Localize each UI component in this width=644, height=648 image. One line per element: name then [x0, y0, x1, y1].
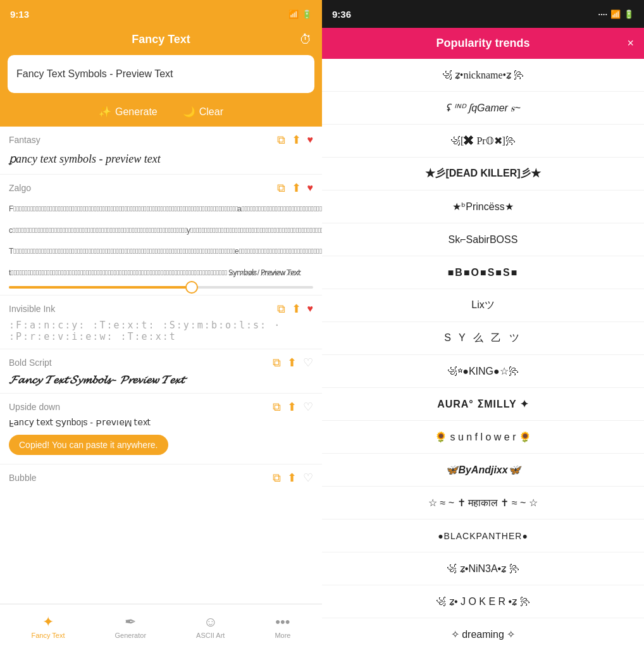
zalgo-label: Zalgo [9, 183, 31, 193]
trend-item-12[interactable]: 🌻 s u n f l o w e r 🌻 [322, 421, 644, 454]
trend-text-10: ꧁☆●KING●☆꧂ [447, 365, 518, 377]
zalgo-slider[interactable] [9, 286, 313, 289]
trend-item-9[interactable]: S Y 么 乙 ツ [322, 322, 644, 355]
heart-icon-bold[interactable]: ♡ [303, 356, 313, 370]
nav-generator[interactable]: ✒ Generator [115, 614, 147, 639]
status-icons-right: ···· 📶 🔋 [598, 9, 634, 19]
trend-text-17: ꧁ ʑ• J O K E R •ʑ ꧂ [436, 595, 529, 608]
nav-fancy-text[interactable]: ✦ Fancy Text [32, 614, 65, 639]
trend-item-3[interactable]: ꧁[✖ Pr𝕆✖]꧂ [322, 125, 644, 158]
clock-icon[interactable]: ⏱ [299, 32, 312, 47]
fancy-text-icon: ✦ [42, 614, 54, 630]
share-icon-upside[interactable]: ⬆ [287, 400, 297, 414]
nav-more[interactable]: ••• More [275, 614, 290, 639]
bubble-header: Bubble ⧉ ⬆ ♡ [9, 471, 313, 485]
heart-icon-invisible[interactable]: ♥ [307, 303, 314, 315]
right-title: Popularity trends [436, 37, 529, 50]
bubble-actions: ⧉ ⬆ ♡ [273, 471, 313, 485]
slider-fill [9, 286, 192, 289]
share-icon-invisible[interactable]: ⬆ [292, 302, 301, 316]
trend-item-10[interactable]: ꧁☆●KING●☆꧂ [322, 355, 644, 388]
trend-text-9: S Y 么 乙 ツ [444, 332, 522, 345]
heart-icon-bubble[interactable]: ♡ [303, 471, 313, 485]
copy-icon-invisible[interactable]: ⧉ [277, 302, 285, 316]
clear-button[interactable]: 🌙 Clear [183, 106, 223, 118]
trend-text-11: AURA° ʃMILLY ✦ [437, 398, 529, 410]
status-bar-right: 9:36 ···· 📶 🔋 [322, 0, 644, 28]
wifi-icon-right: 📶 [610, 9, 621, 19]
generator-icon: ✒ [125, 614, 136, 630]
trends-list: ꧁ ʑ•nickname•ʑ ꧂ ʢ ᴵᴺᴰ ʃqGamer ᵴ~ ꧁[✖ Pr… [322, 59, 644, 648]
generate-icon: ✨ [99, 106, 111, 118]
trend-text-12: 🌻 s u n f l o w e r 🌻 [435, 431, 531, 443]
copy-icon-fantasy[interactable]: ⧉ [277, 134, 285, 147]
invisible-label: Invisible Ink [9, 304, 55, 314]
trend-text-5: ★ᵇPrincëss★ [452, 201, 513, 213]
invisible-actions: ⧉ ⬆ ♥ [277, 302, 314, 316]
trend-text-14: ☆ ≈ ~ ✝ महाकाल ✝ ≈ ~ ☆ [428, 497, 538, 509]
trend-item-11[interactable]: AURA° ʃMILLY ✦ [322, 388, 644, 421]
bubble-section: Bubble ⧉ ⬆ ♡ [0, 464, 322, 495]
time-right: 9:36 [332, 9, 351, 20]
toast-container: Copied! You can paste it anywhere. [9, 432, 313, 458]
trend-item-2[interactable]: ʢ ᴵᴺᴰ ʃqGamer ᵴ~ [322, 92, 644, 125]
trend-item-4[interactable]: ★彡[DEAD KILLER]彡★ [322, 158, 644, 190]
trend-item-14[interactable]: ☆ ≈ ~ ✝ महाकाल ✝ ≈ ~ ☆ [322, 487, 644, 520]
invisible-section: Invisible Ink ⧉ ⬆ ♥ :F:a:n:c:y: :T:e:x:t… [0, 296, 322, 349]
trend-item-8[interactable]: Lixツ [322, 289, 644, 322]
trend-text-2: ʢ ᴵᴺᴰ ʃqGamer ᵴ~ [445, 102, 520, 114]
trend-text-4: ★彡[DEAD KILLER]彡★ [425, 167, 540, 180]
slider-thumb [185, 281, 198, 294]
trend-item-17[interactable]: ꧁ ʑ• J O K E R •ʑ ꧂ [322, 585, 644, 618]
upside-label: Upside down [9, 402, 60, 412]
bottom-nav: ✦ Fancy Text ✒ Generator ☺ ASCII Art •••… [0, 604, 322, 648]
trend-item-5[interactable]: ★ᵇPrincëss★ [322, 190, 644, 223]
close-button[interactable]: × [627, 37, 634, 50]
action-bar: ✨ Generate 🌙 Clear [0, 101, 322, 127]
copy-icon-bold[interactable]: ⧉ [273, 356, 281, 370]
share-icon-fantasy[interactable]: ⬆ [292, 133, 301, 147]
trend-text-3: ꧁[✖ Pr𝕆✖]꧂ [450, 135, 516, 147]
invisible-text: :F:a:n:c:y: :T:e:x:t: :S:y:m:b:o:l:s: ·:… [9, 320, 313, 342]
invisible-header: Invisible Ink ⧉ ⬆ ♥ [9, 302, 313, 316]
trend-item-16[interactable]: ꧁ ʑ•NiN3A•ʑ ꧂ [322, 552, 644, 585]
bubble-label: Bubble [9, 473, 37, 483]
fantasy-text: ꝑancy text symbols - preview text [9, 151, 313, 168]
share-icon-bold[interactable]: ⬆ [287, 356, 297, 370]
status-icons-left: 📶 🔋 [288, 9, 312, 19]
status-bar-left: 9:13 📶 🔋 [0, 0, 322, 28]
app-title: Fancy Text [132, 33, 190, 46]
trend-item-7[interactable]: ■B■O■S■S■ [322, 256, 644, 289]
fantasy-section: Fantasy ⧉ ⬆ ♥ ꝑancy text symbols - previ… [0, 127, 322, 175]
nav-ascii[interactable]: ☺ ASCII Art [196, 614, 225, 639]
share-icon-bubble[interactable]: ⬆ [287, 471, 297, 485]
zalgo-header: Zalgo ⧉ ⬆ ♥ [9, 181, 313, 195]
search-input[interactable]: Fancy Text Symbols - Preview Text [8, 55, 314, 93]
trend-item-13[interactable]: 🦋ByAndjixx🦋 [322, 454, 644, 487]
trend-text-13: 🦋ByAndjixx🦋 [445, 464, 520, 476]
trend-item-18[interactable]: ✧ dreaming ✧ [322, 618, 644, 648]
copy-icon-zalgo[interactable]: ⧉ [277, 182, 285, 195]
content-area: Fantasy ⧉ ⬆ ♥ ꝑancy text symbols - previ… [0, 127, 322, 604]
share-icon-zalgo[interactable]: ⬆ [292, 181, 301, 195]
copy-icon-bubble[interactable]: ⧉ [273, 471, 281, 485]
clear-icon: 🌙 [183, 106, 195, 118]
heart-icon-fantasy[interactable]: ♥ [307, 134, 314, 146]
trend-item-1[interactable]: ꧁ ʑ•nickname•ʑ ꧂ [322, 59, 644, 92]
upside-header: Upside down ⧉ ⬆ ♡ [9, 400, 313, 414]
trend-text-16: ꧁ ʑ•NiN3A•ʑ ꧂ [447, 563, 519, 575]
heart-icon-zalgo[interactable]: ♥ [307, 182, 314, 194]
zalgo-slider-container [9, 286, 313, 289]
copy-icon-upside[interactable]: ⧉ [273, 401, 281, 414]
heart-icon-upside[interactable]: ♡ [303, 400, 313, 414]
generate-button[interactable]: ✨ Generate [99, 106, 158, 118]
battery-icon: 🔋 [302, 9, 312, 19]
upside-section: Upside down ⧉ ⬆ ♡ ʇxǝʇ MǝıʌǝɹԀ - sloquʎS… [0, 394, 322, 464]
trend-item-6[interactable]: Sk⌐SabirBOSS [322, 223, 644, 256]
trend-item-15[interactable]: ●BLACKPANTHER● [322, 520, 644, 552]
trend-text-1: ꧁ ʑ•nickname•ʑ ꧂ [442, 69, 524, 81]
battery-icon-right: 🔋 [624, 9, 634, 19]
app-header: Fancy Text ⏱ [0, 28, 322, 55]
left-phone: 9:13 📶 🔋 Fancy Text ⏱ Fancy Text Symbols… [0, 0, 322, 648]
search-bar: Fancy Text Symbols - Preview Text [0, 55, 322, 101]
